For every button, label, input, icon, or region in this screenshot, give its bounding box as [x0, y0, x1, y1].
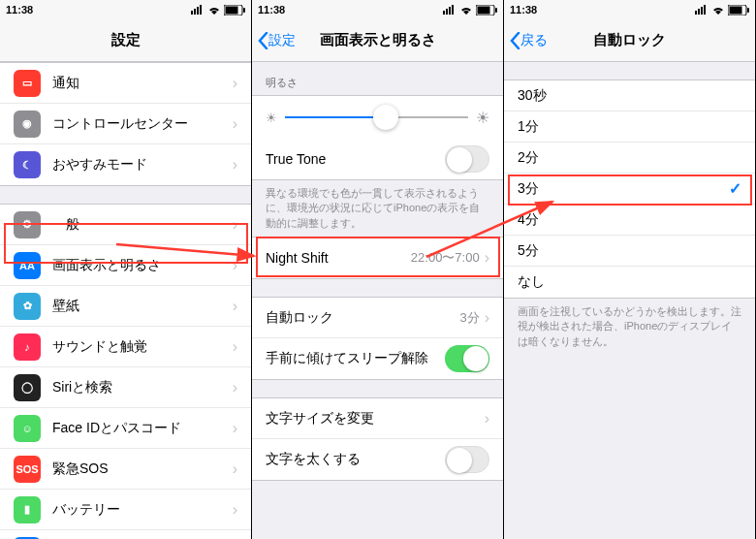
settings-group: ▭通知›◉コントロールセンター›☾おやすみモード›: [0, 62, 251, 186]
truetone-toggle[interactable]: [445, 145, 489, 173]
autolock-row[interactable]: 自動ロック 3分 ›: [252, 298, 503, 338]
status-icons: [695, 5, 749, 16]
raise-label: 手前に傾けてスリープ解除: [266, 350, 445, 367]
settings-screen: 11:38 設定 ▭通知›◉コントロールセンター›☾おやすみモード›⚙一般›AA…: [0, 0, 252, 539]
autolock-value: 3分: [459, 309, 479, 327]
settings-row[interactable]: ◉コントロールセンター›: [0, 104, 251, 144]
truetone-label: True Tone: [266, 151, 445, 167]
truetone-row: True Tone: [252, 139, 503, 179]
svg-rect-14: [695, 11, 697, 15]
sos-icon: SOS: [14, 456, 41, 483]
row-label: 通知: [52, 75, 228, 92]
status-time: 11:38: [6, 4, 33, 16]
svg-rect-17: [704, 5, 706, 15]
settings-row[interactable]: ▮バッテリー›: [0, 490, 251, 530]
row-label: 緊急SOS: [52, 460, 228, 478]
settings-row[interactable]: ✋プライバシー›: [0, 530, 251, 539]
settings-row[interactable]: ✿壁紙›: [0, 286, 251, 327]
chevron-right-icon: ›: [233, 257, 237, 274]
svg-rect-6: [243, 8, 245, 13]
chevron-right-icon: ›: [233, 460, 237, 478]
textsize-label: 文字サイズを変更: [266, 410, 480, 428]
settings-row[interactable]: AA画面表示と明るさ›: [0, 245, 251, 286]
chevron-right-icon: ›: [233, 75, 237, 92]
svg-rect-2: [197, 7, 199, 15]
control-icon: ◉: [14, 111, 41, 138]
row-label: サウンドと触覚: [52, 338, 228, 356]
back-button[interactable]: 戻る: [510, 32, 548, 49]
chevron-right-icon: ›: [233, 156, 237, 174]
flower-icon: ✿: [14, 293, 41, 320]
svg-rect-16: [701, 7, 703, 15]
sun-large-icon: ☀: [476, 109, 489, 127]
raise-toggle[interactable]: [445, 345, 489, 372]
row-label: Siriと検索: [52, 379, 228, 396]
nav-bar: 戻る 自動ロック: [504, 19, 755, 62]
sun-small-icon: ☀: [266, 111, 277, 125]
raise-to-wake-row: 手前に傾けてスリープ解除: [252, 338, 503, 379]
settings-row[interactable]: ☺Face IDとパスコード›: [0, 408, 251, 449]
back-label: 設定: [268, 32, 296, 49]
svg-rect-13: [495, 8, 497, 13]
back-label: 戻る: [520, 32, 548, 49]
chevron-right-icon: ›: [485, 249, 489, 267]
svg-rect-0: [191, 11, 193, 15]
slider-thumb[interactable]: [373, 105, 398, 130]
bold-toggle[interactable]: [445, 446, 489, 473]
textsize-row[interactable]: 文字サイズを変更 ›: [252, 398, 503, 439]
nav-bar: 設定: [0, 19, 251, 62]
option-label: 1分: [518, 118, 741, 136]
status-icons: [191, 5, 245, 16]
svg-rect-1: [194, 9, 196, 15]
back-button[interactable]: 設定: [258, 32, 296, 49]
siri-icon: ◯: [14, 374, 41, 401]
checkmark-icon: ✓: [729, 179, 741, 198]
aa-icon: AA: [14, 252, 41, 279]
settings-row[interactable]: ⚙一般›: [0, 205, 251, 245]
nightshift-value: 22:00〜7:00: [411, 249, 480, 267]
svg-rect-5: [226, 6, 238, 14]
svg-rect-12: [478, 6, 490, 14]
text-group: 文字サイズを変更 › 文字を太くする: [252, 397, 503, 481]
notif-icon: ▭: [14, 70, 41, 97]
row-label: 画面表示と明るさ: [52, 257, 228, 274]
moon-icon: ☾: [14, 151, 41, 178]
nightshift-label: Night Shift: [266, 250, 411, 266]
autolock-option[interactable]: 4分: [504, 205, 755, 236]
settings-row[interactable]: ♪サウンドと触覚›: [0, 327, 251, 367]
autolock-option[interactable]: 30秒: [504, 80, 755, 111]
svg-rect-10: [452, 5, 454, 15]
autolock-option[interactable]: なし: [504, 267, 755, 298]
chevron-right-icon: ›: [233, 501, 237, 519]
autolock-option[interactable]: 2分: [504, 143, 755, 174]
settings-group: ⚙一般›AA画面表示と明るさ›✿壁紙›♪サウンドと触覚›◯Siriと検索›☺Fa…: [0, 204, 251, 539]
status-icons: [443, 5, 497, 16]
settings-row[interactable]: ▭通知›: [0, 63, 251, 104]
svg-rect-15: [698, 9, 700, 15]
brightness-slider-row: ☀ ☀: [252, 96, 503, 139]
nightshift-row[interactable]: Night Shift 22:00〜7:00 ›: [252, 238, 503, 278]
row-label: コントロールセンター: [52, 115, 228, 133]
brightness-header: 明るさ: [252, 62, 503, 95]
svg-rect-20: [747, 8, 749, 13]
option-label: なし: [518, 273, 741, 291]
settings-row[interactable]: ☾おやすみモード›: [0, 144, 251, 185]
nav-title: 設定: [0, 31, 251, 49]
option-label: 30秒: [518, 87, 741, 105]
autolock-note: 画面を注視しているかどうかを検出します。注視が検出された場合、iPhoneのディ…: [504, 299, 755, 355]
bold-label: 文字を太くする: [266, 451, 445, 468]
chevron-right-icon: ›: [233, 379, 237, 396]
brightness-slider[interactable]: [285, 116, 468, 118]
status-bar: 11:38: [0, 0, 251, 19]
settings-row[interactable]: ◯Siriと検索›: [0, 367, 251, 408]
autolock-option[interactable]: 1分: [504, 111, 755, 143]
status-bar: 11:38: [504, 0, 755, 19]
chevron-right-icon: ›: [233, 216, 237, 234]
svg-rect-19: [730, 6, 742, 14]
settings-row[interactable]: SOS緊急SOS›: [0, 449, 251, 490]
autolock-option[interactable]: 3分✓: [504, 174, 755, 205]
row-label: 壁紙: [52, 298, 228, 315]
autolock-option[interactable]: 5分: [504, 236, 755, 267]
autolock-label: 自動ロック: [266, 309, 459, 327]
row-label: おやすみモード: [52, 156, 228, 174]
